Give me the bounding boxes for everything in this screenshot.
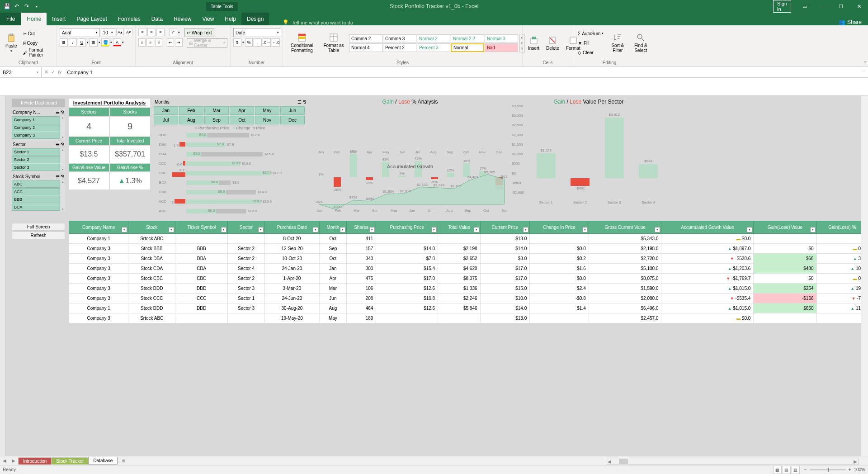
month-item[interactable]: Sep bbox=[204, 116, 229, 124]
cut-button[interactable]: ✂Cut bbox=[21, 29, 54, 38]
refresh-button[interactable]: Refresh bbox=[12, 232, 65, 239]
table-header[interactable]: Sector▾ bbox=[228, 221, 264, 234]
slicer-scrollbar[interactable]: ▴▾ bbox=[61, 148, 65, 171]
month-item[interactable]: Feb bbox=[179, 106, 203, 115]
clear-button[interactable]: ◇Clear bbox=[576, 48, 605, 57]
filter-icon[interactable]: ▾ bbox=[582, 227, 588, 232]
ribbon-display-icon[interactable]: ▭ bbox=[796, 0, 814, 13]
save-icon[interactable]: 💾 bbox=[3, 2, 11, 10]
sheet-nav-next-icon[interactable]: ▶ bbox=[9, 458, 18, 463]
sheet-nav-prev-icon[interactable]: ◀ bbox=[0, 458, 9, 463]
table-header[interactable]: Month▾ bbox=[320, 221, 346, 234]
decrease-decimal-icon[interactable]: ←.0 bbox=[272, 38, 280, 47]
style-comma2[interactable]: Comma 2 bbox=[349, 34, 382, 43]
normal-view-icon[interactable]: ▦ bbox=[774, 466, 782, 474]
style-bad[interactable]: Bad bbox=[485, 43, 518, 52]
month-item[interactable]: Oct bbox=[230, 116, 254, 124]
redo-icon[interactable]: ↷ bbox=[23, 2, 31, 10]
filter-icon[interactable]: ▾ bbox=[810, 227, 816, 232]
filter-icon[interactable]: ▾ bbox=[313, 227, 318, 232]
slicer-item[interactable]: BBB bbox=[12, 196, 60, 203]
new-sheet-icon[interactable]: ⊕ bbox=[117, 458, 130, 463]
minimize-icon[interactable]: ― bbox=[814, 0, 832, 13]
filter-icon[interactable]: ▾ bbox=[340, 227, 345, 232]
filter-icon[interactable]: ▾ bbox=[221, 227, 226, 232]
month-item[interactable]: Dec bbox=[280, 116, 305, 124]
increase-indent-icon[interactable]: ⇥ bbox=[175, 38, 182, 47]
style-normal4[interactable]: Normal 4 bbox=[349, 43, 382, 52]
table-row[interactable]: Company 3Stock BBBBBBSector 212-Sep-20Se… bbox=[69, 244, 868, 254]
table-header[interactable]: Change In Price▾ bbox=[530, 221, 589, 234]
slicer-item[interactable]: Sector 1 bbox=[12, 148, 60, 156]
table-header[interactable]: Current Price▾ bbox=[480, 221, 530, 234]
align-center-icon[interactable]: ≡ bbox=[146, 38, 154, 47]
slicer-item[interactable]: Company 3 bbox=[12, 132, 60, 139]
slicer-item[interactable]: ABC bbox=[12, 180, 60, 188]
slicer-item[interactable]: Company 2 bbox=[12, 124, 60, 131]
slicer-scrollbar[interactable]: ▴▾ bbox=[61, 180, 65, 211]
font-color-button[interactable]: A bbox=[113, 38, 121, 47]
table-row[interactable]: Company 3Stock DBADBASector 210-Oct-20Oc… bbox=[69, 254, 868, 264]
month-item[interactable]: Aug bbox=[179, 116, 203, 124]
style-percent3[interactable]: Percent 3 bbox=[417, 43, 450, 52]
multiselect-icon[interactable]: ☰ bbox=[297, 100, 302, 104]
font-name-input[interactable]: Arial▾ bbox=[60, 28, 100, 37]
sheet-tab-introduction[interactable]: Introduction bbox=[18, 457, 52, 465]
align-middle-icon[interactable]: ≡ bbox=[147, 28, 156, 36]
tab-page-layout[interactable]: Page Layout bbox=[71, 13, 112, 25]
zoom-level[interactable]: 100% bbox=[854, 467, 865, 472]
maximize-icon[interactable]: ☐ bbox=[832, 0, 850, 13]
name-box[interactable]: B23▾ bbox=[0, 67, 42, 77]
align-left-icon[interactable]: ≡ bbox=[138, 38, 146, 47]
align-top-icon[interactable]: ≡ bbox=[138, 28, 146, 36]
format-painter-button[interactable]: 🖌Format Painter bbox=[21, 48, 54, 57]
zoom-out-icon[interactable]: − bbox=[804, 467, 807, 472]
comma-icon[interactable]: , bbox=[254, 38, 262, 47]
zoom-in-icon[interactable]: + bbox=[849, 467, 851, 472]
hide-dashboard-button[interactable]: ⬇Hide Dashboard bbox=[12, 99, 65, 107]
page-layout-view-icon[interactable]: ▤ bbox=[783, 466, 791, 474]
fill-color-button[interactable]: 🪣 bbox=[101, 38, 109, 47]
currency-icon[interactable]: $ bbox=[233, 38, 241, 47]
style-percent2[interactable]: Percent 2 bbox=[383, 43, 416, 52]
clear-filter-icon[interactable]: ⅋ bbox=[61, 110, 64, 115]
table-header[interactable]: Gain(Lose) %▾ bbox=[816, 221, 868, 234]
table-row[interactable]: Company 3Stock CBCCBCSector 21-Apr-20Apr… bbox=[69, 274, 868, 284]
decrease-indent-icon[interactable]: ⇤ bbox=[167, 38, 174, 47]
table-header[interactable]: Accumulated Gowth Value▾ bbox=[661, 221, 754, 234]
tab-home[interactable]: Home bbox=[21, 13, 47, 25]
month-item[interactable]: Mar bbox=[204, 106, 229, 115]
vertical-scrollbar[interactable] bbox=[861, 96, 868, 456]
align-bottom-icon[interactable]: ≡ bbox=[156, 28, 165, 36]
table-row[interactable]: Company 3Stock CDACDASector 424-Jan-20Ja… bbox=[69, 264, 868, 274]
autosum-button[interactable]: ΣAutoSum▾ bbox=[576, 29, 605, 38]
clear-filter-icon[interactable]: ⅋ bbox=[61, 174, 64, 179]
month-item[interactable]: Apr bbox=[230, 106, 254, 115]
multiselect-icon[interactable]: ☰ bbox=[56, 142, 60, 147]
slicer-item[interactable]: Sector 3 bbox=[12, 164, 60, 171]
sheet-tab-database[interactable]: Database bbox=[88, 457, 118, 465]
filter-icon[interactable]: ▾ bbox=[655, 227, 660, 232]
increase-font-icon[interactable]: A▴ bbox=[116, 28, 124, 36]
orientation-icon[interactable]: ⤢ bbox=[169, 28, 177, 36]
slicer-item[interactable]: Company 1 bbox=[12, 116, 60, 123]
chart-accumulated-growth[interactable]: Accumulated Growth -$21-$938$754$540$1,8… bbox=[313, 164, 507, 218]
tab-insert[interactable]: Insert bbox=[47, 13, 71, 25]
tab-formulas[interactable]: Formulas bbox=[113, 13, 146, 25]
month-item[interactable]: Jun bbox=[280, 106, 305, 115]
slicer-item[interactable]: Sector 2 bbox=[12, 156, 60, 163]
table-row[interactable]: Company 3Stock DDDDDDSector 33-Mar-20Mar… bbox=[69, 284, 868, 294]
page-break-view-icon[interactable]: ▥ bbox=[792, 466, 800, 474]
multiselect-icon[interactable]: ☰ bbox=[56, 174, 60, 179]
cancel-formula-icon[interactable]: ✕ bbox=[44, 69, 48, 75]
clear-filter-icon[interactable]: ⅋ bbox=[61, 142, 64, 147]
filter-icon[interactable]: ▾ bbox=[474, 227, 479, 232]
table-row[interactable]: Company 3Stock CCCCCCSector 124-Jun-20Ju… bbox=[69, 294, 868, 303]
style-comma3[interactable]: Comma 3 bbox=[383, 34, 416, 43]
wrap-text-button[interactable]: ↩Wrap Text bbox=[184, 28, 214, 37]
table-header[interactable]: Stock▾ bbox=[128, 221, 175, 234]
table-header[interactable]: Company Name▾ bbox=[69, 221, 128, 234]
style-normal2[interactable]: Normal 2 bbox=[417, 34, 450, 43]
table-row[interactable]: Company 3Srtock ABC19-May-20May189$13.0$… bbox=[69, 313, 868, 323]
table-header[interactable]: Total Value▾ bbox=[438, 221, 480, 234]
